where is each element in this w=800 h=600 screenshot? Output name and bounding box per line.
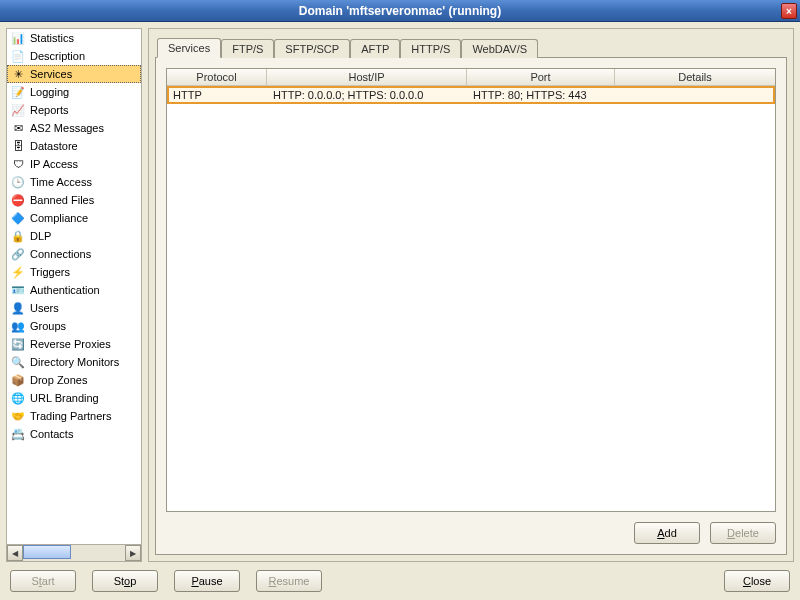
tab-panel-services: Protocol Host/IP Port Details HTTPHTTP: …: [155, 57, 787, 555]
window-title: Domain 'mftserveronmac' (running): [299, 4, 501, 18]
sidebar-item-authentication[interactable]: 🪪Authentication: [7, 281, 141, 299]
sidebar-item-label: Logging: [30, 86, 69, 98]
sidebar-item-label: Statistics: [30, 32, 74, 44]
sidebar-item-connections[interactable]: 🔗Connections: [7, 245, 141, 263]
sidebar-h-scrollbar[interactable]: ◀ ▶: [7, 545, 141, 561]
trading-partners-icon: 🤝: [10, 408, 26, 424]
as2-messages-icon: ✉: [10, 120, 26, 136]
tab-http-s[interactable]: HTTP/S: [400, 39, 461, 58]
sidebar-item-label: Time Access: [30, 176, 92, 188]
authentication-icon: 🪪: [10, 282, 26, 298]
scroll-thumb[interactable]: [23, 545, 71, 559]
table-row[interactable]: HTTPHTTP: 0.0.0.0; HTTPS: 0.0.0.0HTTP: 8…: [167, 86, 775, 104]
sidebar-item-label: Trading Partners: [30, 410, 112, 422]
reports-icon: 📈: [10, 102, 26, 118]
scroll-right-icon[interactable]: ▶: [125, 545, 141, 561]
add-button[interactable]: Add: [634, 522, 700, 544]
resume-button[interactable]: Resume: [256, 570, 322, 592]
statistics-icon: 📊: [10, 30, 26, 46]
window-close-button[interactable]: ×: [781, 3, 797, 19]
triggers-icon: ⚡: [10, 264, 26, 280]
sidebar-item-statistics[interactable]: 📊Statistics: [7, 29, 141, 47]
directory-monitors-icon: 🔍: [10, 354, 26, 370]
sidebar-item-label: Reverse Proxies: [30, 338, 111, 350]
stop-button[interactable]: Stop: [92, 570, 158, 592]
sidebar-list: 📊Statistics📄Description✳Services📝Logging…: [7, 29, 141, 545]
sidebar-item-label: Connections: [30, 248, 91, 260]
sidebar-item-users[interactable]: 👤Users: [7, 299, 141, 317]
contacts-icon: 📇: [10, 426, 26, 442]
title-bar: Domain 'mftserveronmac' (running) ×: [0, 0, 800, 22]
sidebar-item-logging[interactable]: 📝Logging: [7, 83, 141, 101]
tab-ftp-s[interactable]: FTP/S: [221, 39, 274, 58]
url-branding-icon: 🌐: [10, 390, 26, 406]
start-button[interactable]: Start: [10, 570, 76, 592]
sidebar-item-as2-messages[interactable]: ✉AS2 Messages: [7, 119, 141, 137]
services-icon: ✳: [10, 66, 26, 82]
groups-icon: 👥: [10, 318, 26, 334]
sidebar-item-contacts[interactable]: 📇Contacts: [7, 425, 141, 443]
logging-icon: 📝: [10, 84, 26, 100]
scroll-track[interactable]: [23, 545, 125, 561]
delete-button[interactable]: Delete: [710, 522, 776, 544]
table-body: HTTPHTTP: 0.0.0.0; HTTPS: 0.0.0.0HTTP: 8…: [167, 86, 775, 511]
sidebar-item-label: DLP: [30, 230, 51, 242]
sidebar-item-banned-files[interactable]: ⛔Banned Files: [7, 191, 141, 209]
close-button[interactable]: Close: [724, 570, 790, 592]
cell-protocol: HTTP: [169, 89, 269, 101]
sidebar-item-reports[interactable]: 📈Reports: [7, 101, 141, 119]
cell-host: HTTP: 0.0.0.0; HTTPS: 0.0.0.0: [269, 89, 469, 101]
sidebar-item-label: Users: [30, 302, 59, 314]
compliance-icon: 🔷: [10, 210, 26, 226]
sidebar-item-label: Datastore: [30, 140, 78, 152]
sidebar-item-dlp[interactable]: 🔒DLP: [7, 227, 141, 245]
cell-port: HTTP: 80; HTTPS: 443: [469, 89, 617, 101]
sidebar-item-datastore[interactable]: 🗄Datastore: [7, 137, 141, 155]
col-protocol[interactable]: Protocol: [167, 69, 267, 85]
tab-aftp[interactable]: AFTP: [350, 39, 400, 58]
sidebar-item-triggers[interactable]: ⚡Triggers: [7, 263, 141, 281]
sidebar-item-label: Authentication: [30, 284, 100, 296]
pause-button[interactable]: Pause: [174, 570, 240, 592]
col-host[interactable]: Host/IP: [267, 69, 467, 85]
bottom-bar: Start Stop Pause Resume Close: [6, 562, 794, 594]
sidebar-item-label: Directory Monitors: [30, 356, 119, 368]
panel-buttons: Add Delete: [166, 512, 776, 544]
dlp-icon: 🔒: [10, 228, 26, 244]
sidebar-item-label: Description: [30, 50, 85, 62]
sidebar: 📊Statistics📄Description✳Services📝Logging…: [6, 28, 142, 562]
sidebar-item-label: Drop Zones: [30, 374, 87, 386]
services-table: Protocol Host/IP Port Details HTTPHTTP: …: [166, 68, 776, 512]
drop-zones-icon: 📦: [10, 372, 26, 388]
scroll-left-icon[interactable]: ◀: [7, 545, 23, 561]
sidebar-item-drop-zones[interactable]: 📦Drop Zones: [7, 371, 141, 389]
sidebar-item-directory-monitors[interactable]: 🔍Directory Monitors: [7, 353, 141, 371]
sidebar-item-trading-partners[interactable]: 🤝Trading Partners: [7, 407, 141, 425]
sidebar-item-compliance[interactable]: 🔷Compliance: [7, 209, 141, 227]
sidebar-item-services[interactable]: ✳Services: [7, 65, 141, 83]
tab-webdav-s[interactable]: WebDAV/S: [461, 39, 538, 58]
sidebar-item-reverse-proxies[interactable]: 🔄Reverse Proxies: [7, 335, 141, 353]
sidebar-item-label: Services: [30, 68, 72, 80]
sidebar-item-label: Reports: [30, 104, 69, 116]
tab-services[interactable]: Services: [157, 38, 221, 58]
close-icon: ×: [786, 6, 792, 17]
sidebar-item-time-access[interactable]: 🕒Time Access: [7, 173, 141, 191]
sidebar-item-url-branding[interactable]: 🌐URL Branding: [7, 389, 141, 407]
sidebar-item-ip-access[interactable]: 🛡IP Access: [7, 155, 141, 173]
time-access-icon: 🕒: [10, 174, 26, 190]
sidebar-item-label: AS2 Messages: [30, 122, 104, 134]
sidebar-item-label: Triggers: [30, 266, 70, 278]
col-details[interactable]: Details: [615, 69, 775, 85]
banned-files-icon: ⛔: [10, 192, 26, 208]
content-panel: ServicesFTP/SSFTP/SCPAFTPHTTP/SWebDAV/S …: [148, 28, 794, 562]
datastore-icon: 🗄: [10, 138, 26, 154]
col-port[interactable]: Port: [467, 69, 615, 85]
sidebar-item-description[interactable]: 📄Description: [7, 47, 141, 65]
main-area: 📊Statistics📄Description✳Services📝Logging…: [6, 28, 794, 562]
tab-sftp-scp[interactable]: SFTP/SCP: [274, 39, 350, 58]
sidebar-item-label: Contacts: [30, 428, 73, 440]
delete-label: elete: [735, 527, 759, 539]
sidebar-item-groups[interactable]: 👥Groups: [7, 317, 141, 335]
sidebar-item-label: Groups: [30, 320, 66, 332]
